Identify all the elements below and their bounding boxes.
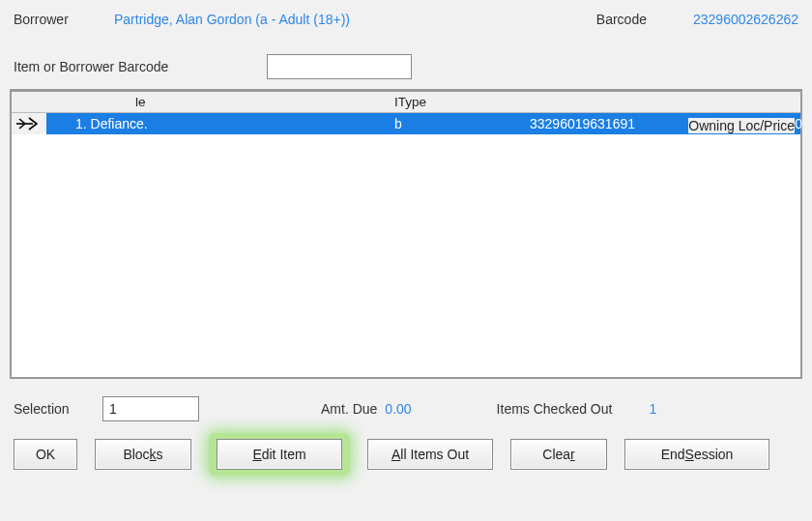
table-row[interactable]: 1. Defiance.b33296019631691sjc12.50 xyxy=(12,113,800,134)
items-out-label: Items Checked Out xyxy=(497,401,613,417)
borrower-info-row: Borrower Partridge, Alan Gordon (a - Adu… xyxy=(0,0,812,27)
barcode-link[interactable]: 23296002626262 xyxy=(693,12,798,27)
barcode-entry-row: Item or Borrower Barcode xyxy=(0,27,812,85)
col-header-title[interactable]: le xyxy=(46,95,394,109)
edit-item-button[interactable]: Edit Item xyxy=(217,439,342,470)
borrower-link[interactable]: Partridge, Alan Gordon (a - Adult (18+)) xyxy=(114,12,350,27)
col-header-owning[interactable]: Owning Loc/Price xyxy=(688,118,795,133)
ok-button-label: OK xyxy=(36,447,55,462)
selection-label: Selection xyxy=(14,401,95,417)
end-session-button[interactable]: End Session xyxy=(624,439,769,470)
borrower-label: Borrower xyxy=(14,12,91,27)
ok-button[interactable]: OK xyxy=(14,439,77,470)
amt-due-label: Amt. Due xyxy=(321,401,377,417)
checkout-pane: Borrower Partridge, Alan Gordon (a - Adu… xyxy=(0,0,812,521)
clear-button[interactable]: Clear xyxy=(510,439,607,470)
button-row: OK Blocks Edit Item All Items Out Clear … xyxy=(0,433,812,485)
row-itype: b xyxy=(394,116,530,131)
selection-input[interactable] xyxy=(102,396,199,421)
row-item-barcode: 33296019631691 xyxy=(530,116,694,131)
items-list-headers: le IType xyxy=(12,92,800,113)
edit-item-highlight: Edit Item xyxy=(209,433,350,476)
amt-due-value: 0.00 xyxy=(385,401,411,417)
items-out-value: 1 xyxy=(649,401,656,417)
barcode-entry-label: Item or Borrower Barcode xyxy=(14,59,236,74)
status-row: Selection Amt. Due 0.00 Items Checked Ou… xyxy=(0,379,812,433)
all-items-out-button[interactable]: All Items Out xyxy=(367,439,493,470)
current-row-arrow-icon xyxy=(12,113,46,134)
col-header-itype[interactable]: IType xyxy=(394,95,530,109)
barcode-entry-input[interactable] xyxy=(267,54,412,79)
row-title: 1. Defiance. xyxy=(46,116,394,131)
barcode-label: Barcode xyxy=(596,12,647,27)
items-list: le IType Owning Loc/Price 1. Defiance.b3… xyxy=(10,89,802,379)
blocks-button[interactable]: Blocks xyxy=(95,439,191,470)
